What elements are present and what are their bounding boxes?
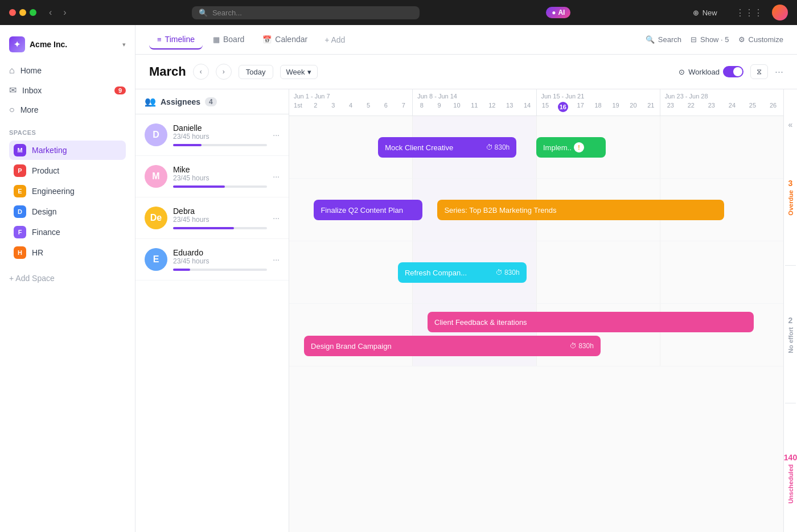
avatar-eduardo: E	[145, 248, 167, 271]
space-dot-marketing: M	[14, 144, 26, 156]
expand-dot[interactable]	[30, 9, 36, 16]
week-group-1: Jun 1 - Jun 7 1st 2 3 4 5 6 7	[289, 89, 413, 116]
clock-icon: ⏱	[570, 342, 577, 350]
task-hours: ⏱ 830h	[570, 342, 594, 350]
task-bar-implem[interactable]: Implem.. !	[536, 137, 606, 158]
task-bar-design-brand[interactable]: Design Brand Campaign ⏱ 830h	[304, 336, 601, 356]
week-group-3: Jun 15 - Jun 21 15 16 17 18 19 20 21	[537, 89, 660, 116]
collapse-button[interactable]: «	[786, 118, 795, 131]
back-button[interactable]: ‹	[46, 6, 55, 19]
browser-nav: ‹ ›	[46, 6, 70, 19]
space-label-marketing: Marketing	[32, 146, 67, 155]
calendar-icon: 📅	[262, 35, 272, 44]
divider-2	[785, 403, 795, 403]
forward-button[interactable]: ›	[60, 6, 69, 19]
row-menu-danielle[interactable]: ···	[273, 130, 280, 139]
user-avatar[interactable]	[772, 5, 788, 20]
filter-button[interactable]: ⧖	[750, 64, 768, 79]
progress-fill-danielle	[173, 144, 202, 146]
sidebar-item-marketing[interactable]: M Marketing	[9, 141, 126, 160]
search-input[interactable]	[212, 9, 413, 17]
sidebar-item-home[interactable]: ⌂ Home	[5, 61, 130, 80]
day-cell: 24	[722, 101, 742, 112]
customize-icon: ⚙	[738, 35, 745, 44]
day-cell: 8	[413, 101, 430, 112]
sidebar-item-inbox[interactable]: ✉ Inbox 9	[5, 81, 130, 100]
row-menu-debra[interactable]: ···	[273, 213, 280, 222]
date-header: Jun 1 - Jun 7 1st 2 3 4 5 6 7	[289, 89, 783, 116]
app-layout: ✦ Acme Inc. ▾ ⌂ Home ✉ Inbox 9 ○ More Sp…	[0, 25, 797, 532]
sidebar-item-more[interactable]: ○ More	[5, 101, 130, 119]
task-bar-client-feedback[interactable]: Client Feedback & iterations	[428, 312, 754, 332]
next-month-button[interactable]: ›	[216, 64, 232, 80]
search-action[interactable]: 🔍 Search	[646, 35, 681, 44]
tab-calendar[interactable]: 📅 Calendar	[254, 30, 315, 50]
space-label-product: Product	[32, 166, 59, 175]
search-bar[interactable]: 🔍	[192, 6, 420, 19]
workload-toggle[interactable]	[723, 66, 743, 77]
row-menu-mike[interactable]: ···	[273, 172, 280, 181]
assignee-header: 👥 Assignees 4	[135, 89, 289, 114]
grid-icon[interactable]: ⋮⋮⋮	[736, 7, 763, 18]
more-options-button[interactable]: ···	[775, 66, 783, 78]
progress-fill-eduardo	[173, 269, 190, 271]
progress-fill-mike	[173, 185, 225, 188]
gantt-rows: Mock Client Creative ⏱ 830h Implem.. !	[289, 116, 783, 366]
customize-action[interactable]: ⚙ Customize	[738, 35, 783, 44]
task-bar-refresh-company[interactable]: Refresh Compan... ⏱ 830h	[398, 262, 527, 283]
filter-icon: ⧖	[757, 67, 762, 76]
space-dot-engineering: E	[14, 185, 26, 197]
assignee-row-mike: M Mike 23/45 hours ···	[135, 156, 289, 197]
week-group-4: Jun 23 - Jun 28 23 22 23 24 25 26	[660, 89, 783, 116]
assignees-icon: 👥	[145, 96, 156, 107]
task-bar-q2-plan[interactable]: Finalize Q2 Content Plan	[314, 200, 422, 220]
add-space-button[interactable]: + Add Space	[5, 270, 130, 286]
window-controls	[9, 9, 36, 16]
new-button[interactable]: ⊕ New	[693, 9, 717, 17]
week-label-2: Jun 8 - Jun 14	[413, 89, 536, 101]
overdue-label[interactable]: Overdue	[787, 190, 794, 216]
avatar-danielle: D	[145, 123, 167, 146]
workspace-header[interactable]: ✦ Acme Inc. ▾	[0, 32, 135, 57]
tab-add[interactable]: + Add	[318, 31, 352, 49]
gantt-area: Jun 1 - Jun 7 1st 2 3 4 5 6 7	[289, 89, 783, 532]
day-cell: 11	[466, 101, 483, 112]
task-bar-mock-client[interactable]: Mock Client Creative ⏱ 830h	[378, 137, 516, 158]
show-action[interactable]: ⊟ Show · 5	[691, 35, 729, 44]
unscheduled-label[interactable]: Unscheduled	[787, 464, 794, 504]
close-dot[interactable]	[9, 9, 16, 16]
day-row-4: 23 22 23 24 25 26	[660, 101, 783, 112]
no-effort-label[interactable]: No effort	[787, 327, 794, 353]
sidebar-nav: ⌂ Home ✉ Inbox 9 ○ More	[0, 61, 135, 120]
week-label: Week	[286, 68, 305, 76]
task-bar-b2b-series[interactable]: Series: Top B2B Marketing Trends	[437, 200, 724, 220]
assignee-hours-mike: 23/45 hours	[173, 174, 267, 182]
day-cell: 25	[742, 101, 763, 112]
day-row-1: 1st 2 3 4 5 6 7	[289, 101, 412, 112]
sidebar-item-hr[interactable]: H HR	[9, 243, 126, 262]
day-row-2: 8 9 10 11 12 13 14	[413, 101, 536, 112]
home-icon: ⌂	[9, 65, 15, 76]
prev-month-button[interactable]: ‹	[193, 64, 209, 80]
sidebar-item-product[interactable]: P Product	[9, 161, 126, 180]
day-cell: 26	[763, 101, 783, 112]
day-cell: 4	[342, 101, 360, 112]
gantt-row-mike: Finalize Q2 Content Plan Series: Top B2B…	[289, 179, 783, 241]
day-cell: 12	[483, 101, 501, 112]
sidebar-item-design[interactable]: D Design	[9, 202, 126, 221]
minimize-dot[interactable]	[19, 9, 26, 16]
today-button[interactable]: Today	[239, 65, 273, 79]
workspace-name: Acme Inc.	[30, 40, 67, 49]
space-dot-finance: F	[14, 226, 26, 238]
tab-timeline-label: Timeline	[165, 35, 195, 44]
workload-button[interactable]: ⊙ Workload	[679, 66, 743, 77]
week-selector[interactable]: Week ▾	[280, 65, 318, 79]
sidebar-item-finance[interactable]: F Finance	[9, 222, 126, 242]
row-menu-eduardo[interactable]: ···	[273, 255, 280, 264]
assignees-label: Assignees	[161, 97, 200, 106]
tab-timeline[interactable]: ≡ Timeline	[149, 30, 203, 50]
ai-badge[interactable]: ● AI	[546, 7, 570, 18]
assignee-row-debra: De Debra 23/45 hours ···	[135, 197, 289, 239]
sidebar-item-engineering[interactable]: E Engineering	[9, 182, 126, 201]
tab-board[interactable]: ▦ Board	[205, 30, 252, 50]
